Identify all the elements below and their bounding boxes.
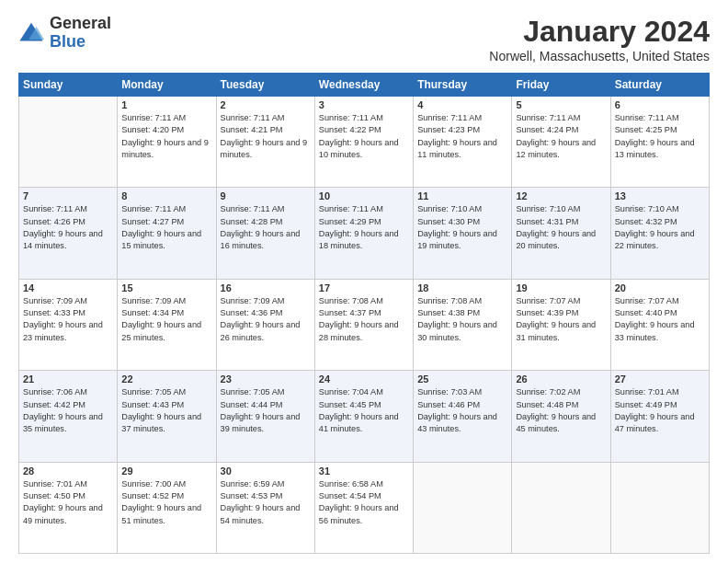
col-friday: Friday — [512, 74, 610, 97]
day-number: 20 — [615, 282, 705, 293]
day-number: 26 — [516, 373, 606, 385]
calendar-week-row: 1Sunrise: 7:11 AMSunset: 4:20 PMDaylight… — [19, 97, 710, 188]
table-row: 2Sunrise: 7:11 AMSunset: 4:21 PMDaylight… — [216, 97, 314, 188]
table-row: 18Sunrise: 7:08 AMSunset: 4:38 PMDayligh… — [414, 279, 512, 370]
table-row: 28Sunrise: 7:01 AMSunset: 4:50 PMDayligh… — [19, 462, 118, 553]
title-block: January 2024 Norwell, Massachusetts, Uni… — [489, 15, 710, 63]
table-row: 27Sunrise: 7:01 AMSunset: 4:49 PMDayligh… — [610, 371, 709, 462]
table-row — [19, 97, 118, 188]
table-row: 15Sunrise: 7:09 AMSunset: 4:34 PMDayligh… — [118, 279, 216, 370]
table-row: 17Sunrise: 7:08 AMSunset: 4:37 PMDayligh… — [314, 279, 413, 370]
day-info: Sunrise: 7:11 AMSunset: 4:22 PMDaylight:… — [319, 112, 409, 161]
col-sunday: Sunday — [19, 74, 118, 97]
table-row — [414, 462, 512, 553]
col-wednesday: Wednesday — [314, 74, 413, 97]
table-row: 20Sunrise: 7:07 AMSunset: 4:40 PMDayligh… — [610, 279, 709, 370]
day-info: Sunrise: 7:00 AMSunset: 4:52 PMDaylight:… — [121, 478, 211, 527]
day-info: Sunrise: 7:10 AMSunset: 4:31 PMDaylight:… — [516, 203, 606, 252]
location: Norwell, Massachusetts, United States — [489, 49, 710, 63]
day-number: 21 — [23, 373, 113, 385]
logo-text: General Blue — [50, 15, 111, 52]
day-number: 1 — [121, 99, 211, 110]
day-info: Sunrise: 7:04 AMSunset: 4:45 PMDaylight:… — [319, 386, 409, 435]
table-row: 8Sunrise: 7:11 AMSunset: 4:27 PMDaylight… — [118, 188, 216, 279]
logo-general: General — [50, 15, 111, 33]
day-number: 27 — [615, 373, 705, 385]
day-info: Sunrise: 7:03 AMSunset: 4:46 PMDaylight:… — [417, 386, 507, 435]
month-year: January 2024 — [489, 15, 710, 49]
day-number: 13 — [615, 190, 705, 201]
day-number: 4 — [417, 99, 507, 110]
calendar-week-row: 21Sunrise: 7:06 AMSunset: 4:42 PMDayligh… — [19, 371, 710, 462]
calendar-table: Sunday Monday Tuesday Wednesday Thursday… — [18, 73, 710, 554]
day-number: 19 — [516, 282, 606, 293]
table-row: 11Sunrise: 7:10 AMSunset: 4:30 PMDayligh… — [414, 188, 512, 279]
day-number: 25 — [417, 373, 507, 385]
table-row: 26Sunrise: 7:02 AMSunset: 4:48 PMDayligh… — [512, 371, 610, 462]
day-number: 12 — [516, 190, 606, 201]
logo-blue: Blue — [50, 33, 111, 52]
day-number: 3 — [319, 99, 409, 110]
calendar-week-row: 28Sunrise: 7:01 AMSunset: 4:50 PMDayligh… — [19, 462, 710, 553]
table-row: 22Sunrise: 7:05 AMSunset: 4:43 PMDayligh… — [118, 371, 216, 462]
day-info: Sunrise: 7:11 AMSunset: 4:26 PMDaylight:… — [23, 203, 113, 252]
day-info: Sunrise: 7:09 AMSunset: 4:33 PMDaylight:… — [23, 295, 113, 344]
table-row: 4Sunrise: 7:11 AMSunset: 4:23 PMDaylight… — [414, 97, 512, 188]
day-number: 11 — [417, 190, 507, 201]
table-row: 10Sunrise: 7:11 AMSunset: 4:29 PMDayligh… — [314, 188, 413, 279]
day-number: 10 — [319, 190, 409, 201]
table-row: 25Sunrise: 7:03 AMSunset: 4:46 PMDayligh… — [414, 371, 512, 462]
table-row: 31Sunrise: 6:58 AMSunset: 4:54 PMDayligh… — [314, 462, 413, 553]
logo: General Blue — [18, 15, 111, 52]
table-row: 12Sunrise: 7:10 AMSunset: 4:31 PMDayligh… — [512, 188, 610, 279]
day-number: 31 — [319, 465, 409, 477]
table-row: 3Sunrise: 7:11 AMSunset: 4:22 PMDaylight… — [314, 97, 413, 188]
day-number: 15 — [121, 282, 211, 293]
day-info: Sunrise: 7:11 AMSunset: 4:21 PMDaylight:… — [221, 112, 311, 161]
table-row: 7Sunrise: 7:11 AMSunset: 4:26 PMDaylight… — [19, 188, 118, 279]
day-info: Sunrise: 7:08 AMSunset: 4:38 PMDaylight:… — [417, 295, 507, 344]
table-row — [512, 462, 610, 553]
day-info: Sunrise: 7:11 AMSunset: 4:29 PMDaylight:… — [319, 203, 409, 252]
day-info: Sunrise: 7:05 AMSunset: 4:44 PMDaylight:… — [221, 386, 311, 435]
table-row: 6Sunrise: 7:11 AMSunset: 4:25 PMDaylight… — [610, 97, 709, 188]
logo-icon — [18, 20, 44, 46]
day-number: 7 — [23, 190, 113, 201]
day-info: Sunrise: 6:59 AMSunset: 4:53 PMDaylight:… — [221, 478, 311, 527]
table-row: 1Sunrise: 7:11 AMSunset: 4:20 PMDaylight… — [118, 97, 216, 188]
day-info: Sunrise: 6:58 AMSunset: 4:54 PMDaylight:… — [319, 478, 409, 527]
day-number: 16 — [221, 282, 311, 293]
day-number: 8 — [121, 190, 211, 201]
day-info: Sunrise: 7:07 AMSunset: 4:39 PMDaylight:… — [516, 295, 606, 344]
day-info: Sunrise: 7:06 AMSunset: 4:42 PMDaylight:… — [23, 386, 113, 435]
day-info: Sunrise: 7:11 AMSunset: 4:23 PMDaylight:… — [417, 112, 507, 161]
day-number: 28 — [23, 465, 113, 477]
day-info: Sunrise: 7:11 AMSunset: 4:20 PMDaylight:… — [121, 112, 211, 161]
day-number: 6 — [615, 99, 705, 110]
page: General Blue January 2024 Norwell, Massa… — [0, 0, 728, 563]
day-info: Sunrise: 7:10 AMSunset: 4:30 PMDaylight:… — [417, 203, 507, 252]
day-number: 18 — [417, 282, 507, 293]
day-number: 23 — [221, 373, 311, 385]
day-info: Sunrise: 7:11 AMSunset: 4:27 PMDaylight:… — [121, 203, 211, 252]
day-info: Sunrise: 7:09 AMSunset: 4:34 PMDaylight:… — [121, 295, 211, 344]
day-number: 5 — [516, 99, 606, 110]
day-number: 2 — [221, 99, 311, 110]
table-row: 9Sunrise: 7:11 AMSunset: 4:28 PMDaylight… — [216, 188, 314, 279]
day-info: Sunrise: 7:11 AMSunset: 4:28 PMDaylight:… — [221, 203, 311, 252]
day-number: 9 — [221, 190, 311, 201]
col-thursday: Thursday — [414, 74, 512, 97]
table-row: 30Sunrise: 6:59 AMSunset: 4:53 PMDayligh… — [216, 462, 314, 553]
day-info: Sunrise: 7:02 AMSunset: 4:48 PMDaylight:… — [516, 386, 606, 435]
day-number: 30 — [221, 465, 311, 477]
day-info: Sunrise: 7:08 AMSunset: 4:37 PMDaylight:… — [319, 295, 409, 344]
calendar-header-row: Sunday Monday Tuesday Wednesday Thursday… — [19, 74, 710, 97]
day-info: Sunrise: 7:01 AMSunset: 4:49 PMDaylight:… — [615, 386, 705, 435]
table-row — [610, 462, 709, 553]
day-number: 17 — [319, 282, 409, 293]
col-saturday: Saturday — [610, 74, 709, 97]
calendar-week-row: 7Sunrise: 7:11 AMSunset: 4:26 PMDaylight… — [19, 188, 710, 279]
col-monday: Monday — [118, 74, 216, 97]
table-row: 5Sunrise: 7:11 AMSunset: 4:24 PMDaylight… — [512, 97, 610, 188]
day-info: Sunrise: 7:10 AMSunset: 4:32 PMDaylight:… — [615, 203, 705, 252]
